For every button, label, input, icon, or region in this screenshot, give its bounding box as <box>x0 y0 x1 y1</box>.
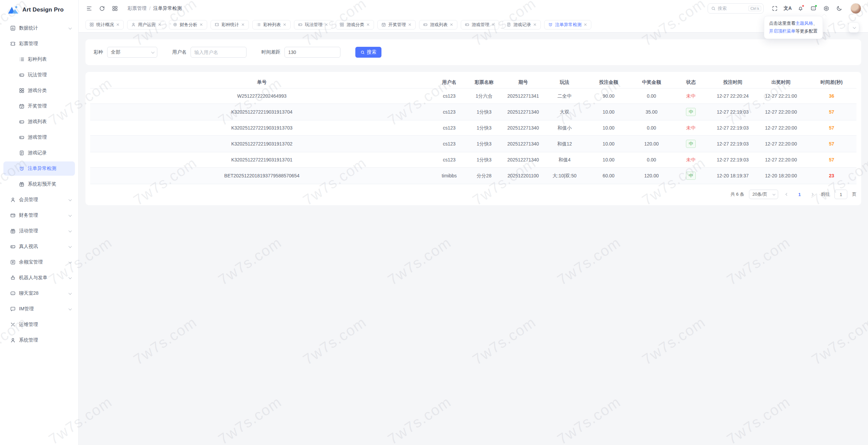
messages-button[interactable] <box>808 3 818 14</box>
sidebar-item[interactable]: 彩票管理 <box>3 37 75 51</box>
next-page-button[interactable] <box>808 190 816 198</box>
logo[interactable]: Art Design Pro <box>0 0 78 20</box>
draw-time-cell: 12-27 22:20:00 <box>755 152 807 168</box>
gift-icon <box>19 181 24 187</box>
yen-icon <box>10 259 16 265</box>
bet-amount-cell: 10.00 <box>586 120 631 136</box>
sidebar-item[interactable]: 注单异常检测 <box>3 161 75 176</box>
tab-chip[interactable]: 注单异常检测 <box>544 20 591 30</box>
sidebar-item[interactable]: 会员管理 <box>3 193 75 207</box>
message-icon <box>10 306 16 312</box>
sidebar-item[interactable]: 财务管理 <box>3 208 75 222</box>
sidebar-item[interactable]: 系统彩预开奖 <box>3 177 75 191</box>
close-icon[interactable] <box>367 23 370 26</box>
gamepad-icon <box>19 135 24 140</box>
sidebar-item[interactable]: 开奖管理 <box>3 99 75 113</box>
table-row: BET2025122018193779588570654timibbs分分282… <box>90 168 856 184</box>
sidebar-item[interactable]: 游戏管理 <box>3 130 75 144</box>
apps-grid-button[interactable] <box>110 3 120 14</box>
breadcrumb-current: 注单异常检测 <box>153 5 182 12</box>
close-icon[interactable] <box>241 23 245 26</box>
translate-icon: 文A <box>784 5 792 12</box>
current-page[interactable]: 1 <box>796 192 803 197</box>
tab-chip[interactable]: 统计概况 <box>85 20 124 30</box>
sidebar-item[interactable]: 机器人与发单 <box>3 271 75 285</box>
time-diff-value: 23 <box>829 173 834 178</box>
gamepad-icon <box>298 22 302 27</box>
tab-chip[interactable]: 游戏分类 <box>336 20 374 30</box>
close-icon[interactable] <box>325 23 328 26</box>
sidebar-item[interactable]: 游戏分类 <box>3 83 75 98</box>
sidebar-item[interactable]: 玩法管理 <box>3 68 75 82</box>
close-icon[interactable] <box>116 23 120 26</box>
chevron-down-icon <box>68 276 72 279</box>
settings-button[interactable] <box>821 3 831 14</box>
fullscreen-button[interactable] <box>770 3 780 14</box>
notifications-button[interactable] <box>795 3 806 14</box>
sidebar-item[interactable]: 余额宝管理 <box>3 255 75 269</box>
settings-tooltip: 点击这里查看主题风格、开启顶栏菜单等更多配置 <box>764 16 823 39</box>
close-icon[interactable] <box>533 23 537 26</box>
table-body: W25122722202464993cs1231分六合202512271341二… <box>90 89 856 184</box>
user-avatar[interactable] <box>850 3 861 14</box>
close-icon[interactable] <box>158 23 161 26</box>
column-header: 投注时间 <box>710 77 755 89</box>
close-icon[interactable] <box>200 23 203 26</box>
sidebar-item[interactable]: 运维管理 <box>3 317 75 332</box>
goto-page-input[interactable] <box>834 190 847 199</box>
sidebar-item[interactable]: 真人视讯 <box>3 239 75 254</box>
breadcrumb-separator: / <box>149 6 151 11</box>
win-amount-cell: 35.00 <box>631 104 672 120</box>
collapse-panel-button[interactable] <box>848 22 859 33</box>
close-icon[interactable] <box>283 23 287 26</box>
sidebar-item[interactable]: 聊天室28 <box>3 286 75 301</box>
sidebar-item-label: IM管理 <box>19 306 34 312</box>
tab-chip[interactable]: 开奖管理 <box>377 20 416 30</box>
breadcrumb-parent[interactable]: 彩票管理 <box>127 5 146 12</box>
page-size-select[interactable]: 20条/页 <box>749 190 778 199</box>
sidebar-item[interactable]: 彩种列表 <box>3 52 75 66</box>
play-cell: 和值小 <box>543 120 586 136</box>
tab-chip[interactable]: 玩法管理 <box>294 20 332 30</box>
tab-chip[interactable]: 用户运营 <box>127 20 165 30</box>
search-button-label: 搜索 <box>367 49 376 55</box>
draw-time-cell: 12-27 22:20:00 <box>755 120 807 136</box>
ticket-icon <box>215 22 219 27</box>
tab-chip[interactable]: 游戏记录 <box>502 20 541 30</box>
sidebar-item[interactable]: 游戏列表 <box>3 115 75 129</box>
order-no-cell: K3202512272219031913701 <box>90 152 434 168</box>
tab-label: 财务分析 <box>180 22 197 28</box>
close-icon[interactable] <box>450 23 453 26</box>
notification-dot <box>802 5 804 7</box>
tab-chip[interactable]: 游戏列表 <box>419 20 457 30</box>
menu-collapse-button[interactable] <box>84 3 94 14</box>
sidebar-item[interactable]: 系统管理 <box>3 333 75 347</box>
close-icon[interactable] <box>408 23 412 26</box>
prev-page-button[interactable] <box>783 190 791 198</box>
tab-chip[interactable]: 游戏管理 <box>461 20 499 30</box>
search-button[interactable]: 搜索 <box>355 47 381 58</box>
tab-chip[interactable]: 彩种列表 <box>252 20 291 30</box>
language-button[interactable]: 文A <box>783 3 793 14</box>
lottery-select[interactable]: 全部 <box>107 47 157 58</box>
tab-chip[interactable]: 彩种统计 <box>211 20 249 30</box>
close-icon[interactable] <box>584 23 587 26</box>
refresh-button[interactable] <box>97 3 107 14</box>
sidebar-item[interactable]: 游戏记录 <box>3 146 75 160</box>
dark-mode-button[interactable] <box>834 3 844 14</box>
top-menu-link[interactable]: 开启顶栏菜单 <box>769 28 795 34</box>
theme-style-link[interactable]: 主题风格 <box>795 21 813 26</box>
chat-icon <box>10 291 16 296</box>
list-icon <box>256 22 261 27</box>
username-input[interactable] <box>191 47 246 58</box>
tab-label: 开奖管理 <box>388 22 406 28</box>
tab-chip[interactable]: 财务分析 <box>169 20 207 30</box>
global-search-input[interactable]: 搜索 Ctrl k <box>708 3 764 14</box>
tooltip-text-end: 等更多配置 <box>795 28 817 34</box>
sidebar-item[interactable]: 数据统计 <box>3 21 75 35</box>
total-count: 共 6 条 <box>730 191 744 197</box>
sidebar-item[interactable]: IM管理 <box>3 302 75 316</box>
close-icon[interactable] <box>492 23 495 26</box>
sidebar-item[interactable]: 活动管理 <box>3 224 75 238</box>
timegap-input[interactable] <box>284 47 340 58</box>
